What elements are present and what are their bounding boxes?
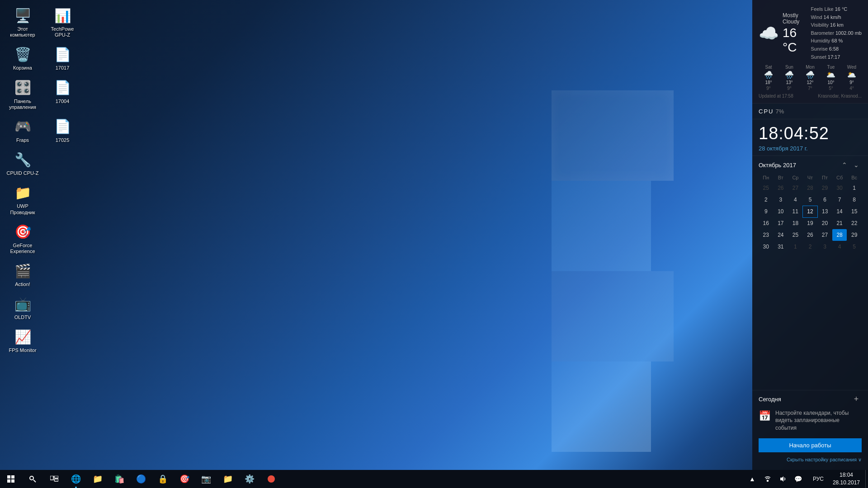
weather-temp-block: Mostly Cloudy 16 °C bbox=[783, 12, 807, 55]
cal-day[interactable]: 14 bbox=[832, 206, 847, 217]
cal-day[interactable]: 5 bbox=[803, 194, 818, 206]
tray-volume-icon[interactable] bbox=[776, 470, 790, 488]
control-panel-icon: 🎛️ bbox=[14, 79, 32, 97]
calendar-prev-button[interactable]: ⌃ bbox=[839, 160, 850, 170]
cal-week-5: 23 24 25 26 27 28 29 bbox=[759, 229, 862, 241]
desktop-icon-17017[interactable]: 📄 17017 bbox=[44, 43, 80, 73]
cal-day[interactable]: 26 bbox=[803, 229, 818, 241]
cal-day[interactable]: 30 bbox=[832, 182, 847, 194]
taskbar-pin-recorder[interactable] bbox=[260, 470, 282, 488]
cal-day[interactable]: 3 bbox=[774, 194, 788, 206]
cal-day[interactable]: 17 bbox=[774, 217, 788, 229]
taskbar-pin-app4[interactable]: 📁 bbox=[217, 470, 239, 488]
cal-day[interactable]: 27 bbox=[817, 229, 832, 241]
desktop-icon-17025[interactable]: 📄 17025 bbox=[44, 116, 80, 145]
cal-day[interactable]: 29 bbox=[817, 182, 832, 194]
cal-day[interactable]: 3 bbox=[817, 241, 832, 253]
uwp-label: UWP Проводник bbox=[6, 203, 39, 215]
cal-day[interactable]: 24 bbox=[774, 229, 788, 241]
cal-day[interactable]: 1 bbox=[788, 241, 803, 253]
cal-day[interactable]: 4 bbox=[832, 241, 847, 253]
cal-day[interactable]: 29 bbox=[847, 229, 862, 241]
17017-label: 17017 bbox=[56, 65, 70, 71]
tray-action-center-icon[interactable]: 💬 bbox=[791, 470, 806, 488]
tray-expand-button[interactable]: ▲ bbox=[745, 470, 760, 488]
start-button[interactable]: Начало работы bbox=[759, 438, 862, 452]
show-desktop-button[interactable] bbox=[865, 470, 868, 488]
fps-monitor-label: FPS Monitor bbox=[9, 347, 36, 353]
cal-day[interactable]: 27 bbox=[788, 182, 803, 194]
clock-time: 18:04:52 bbox=[759, 124, 862, 143]
cal-day[interactable]: 4 bbox=[788, 194, 803, 206]
today-add-button[interactable]: + bbox=[851, 394, 862, 405]
cal-day[interactable]: 15 bbox=[847, 206, 862, 217]
taskbar-pin-app3[interactable]: 📷 bbox=[195, 470, 217, 488]
calendar-next-button[interactable]: ⌄ bbox=[851, 160, 862, 170]
cal-day[interactable]: 2 bbox=[803, 241, 818, 253]
cal-day[interactable]: 20 bbox=[817, 217, 832, 229]
logo-quad-tl bbox=[552, 90, 674, 181]
taskbar-pin-explorer[interactable]: 📁 bbox=[87, 470, 108, 488]
task-view-button[interactable] bbox=[43, 470, 65, 488]
today-label: Сегодня bbox=[759, 396, 781, 403]
desktop-icon-fps-monitor[interactable]: 📈 FPS Monitor bbox=[5, 326, 41, 355]
cal-day[interactable]: 13 bbox=[817, 206, 832, 217]
cal-day[interactable]: 25 bbox=[759, 182, 774, 194]
cal-day[interactable]: 25 bbox=[788, 229, 803, 241]
cal-day[interactable]: 26 bbox=[774, 182, 788, 194]
cal-day[interactable]: 5 bbox=[847, 241, 862, 253]
cal-day[interactable]: 9 bbox=[759, 206, 774, 217]
taskbar-pin-store[interactable]: 🛍️ bbox=[108, 470, 130, 488]
calendar-nav: ⌃ ⌄ bbox=[839, 160, 862, 170]
cal-day-selected[interactable]: 12 bbox=[803, 206, 818, 217]
start-menu-button[interactable] bbox=[0, 470, 22, 488]
hide-schedule-link[interactable]: Скрыть настройку расписания ∨ bbox=[759, 457, 862, 466]
tray-network-icon[interactable] bbox=[760, 470, 775, 488]
desktop-icon-cpuz[interactable]: 🔧 CPUID CPU-Z bbox=[5, 149, 41, 178]
desktop-icon-oldtv[interactable]: 📺 OLDTV bbox=[5, 293, 41, 322]
desktop-icon-uwp[interactable]: 📁 UWP Проводник bbox=[5, 182, 41, 217]
svg-rect-7 bbox=[54, 476, 58, 478]
cal-day[interactable]: 11 bbox=[788, 206, 803, 217]
cal-day[interactable]: 1 bbox=[847, 182, 862, 194]
system-tray: ▲ 💬 bbox=[741, 470, 809, 488]
taskbar-date: 28.10.2017 bbox=[833, 479, 860, 487]
taskbar-language[interactable]: РУС bbox=[809, 470, 827, 488]
taskbar-pin-app5[interactable]: ⚙️ bbox=[239, 470, 260, 488]
cal-day[interactable]: 23 bbox=[759, 229, 774, 241]
desktop-icon-recycle[interactable]: 🗑️ Корзина bbox=[5, 43, 41, 73]
weather-day-tue: Tue 🌥️ 10° 5° bbox=[821, 65, 841, 91]
desktop-icon-geforce[interactable]: 🎯 GeForce Experience bbox=[5, 221, 41, 256]
desktop-icon-gpuz[interactable]: 📊 TechPowe GPU-Z bbox=[44, 5, 80, 40]
cal-day-today[interactable]: 28 bbox=[832, 229, 847, 241]
cal-day[interactable]: 19 bbox=[803, 217, 818, 229]
cal-day[interactable]: 28 bbox=[803, 182, 818, 194]
desktop-icon-this-pc[interactable]: 🖥️ Этот компьютер bbox=[5, 5, 41, 40]
calendar-section: Октябрь 2017 ⌃ ⌄ Пн Вт Ср Чт Пт Сб Вс bbox=[752, 156, 868, 389]
desktop-icon-action[interactable]: 🎬 Action! bbox=[5, 260, 41, 289]
cal-day[interactable]: 21 bbox=[832, 217, 847, 229]
geforce-label: GeForce Experience bbox=[6, 243, 39, 254]
svg-marker-10 bbox=[780, 476, 783, 482]
desktop-icon-17004[interactable]: 📄 17004 bbox=[44, 77, 80, 112]
cal-day[interactable]: 31 bbox=[774, 241, 788, 253]
taskbar-search-button[interactable] bbox=[22, 470, 43, 488]
cal-day[interactable]: 2 bbox=[759, 194, 774, 206]
taskbar-clock[interactable]: 18:04 28.10.2017 bbox=[827, 470, 865, 488]
cal-day[interactable]: 16 bbox=[759, 217, 774, 229]
taskbar-pin-app2[interactable]: 🎯 bbox=[174, 470, 195, 488]
taskbar-pin-chrome[interactable]: 🔵 bbox=[130, 470, 152, 488]
cal-day[interactable]: 18 bbox=[788, 217, 803, 229]
cal-day[interactable]: 10 bbox=[774, 206, 788, 217]
today-header: Сегодня + bbox=[759, 394, 862, 405]
cal-day[interactable]: 30 bbox=[759, 241, 774, 253]
cal-day[interactable]: 6 bbox=[817, 194, 832, 206]
cal-day[interactable]: 7 bbox=[832, 194, 847, 206]
desktop-icon-fraps[interactable]: 🎮 Fraps bbox=[5, 116, 41, 145]
cal-day[interactable]: 8 bbox=[847, 194, 862, 206]
taskbar-pin-edge[interactable]: 🌐 bbox=[65, 470, 87, 488]
desktop-icon-control-panel[interactable]: 🎛️ Панель управления bbox=[5, 77, 41, 112]
barometer-label: Barometer bbox=[811, 30, 834, 36]
cal-day[interactable]: 22 bbox=[847, 217, 862, 229]
taskbar-pin-app1[interactable]: 🔒 bbox=[152, 470, 174, 488]
